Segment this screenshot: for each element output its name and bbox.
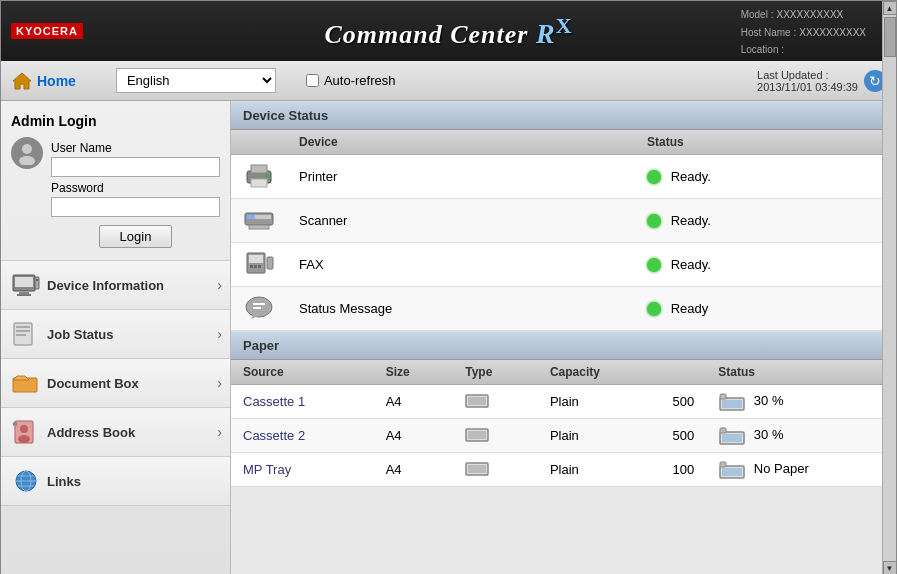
- table-row: Printer Ready.: [231, 155, 896, 199]
- svg-rect-44: [722, 400, 742, 408]
- admin-login-title: Admin Login: [11, 113, 220, 129]
- paper-icon-cell: [453, 453, 538, 487]
- job-status-icon: [11, 320, 41, 348]
- chevron-right-icon: ›: [217, 277, 222, 293]
- status-dot: [647, 302, 661, 316]
- chevron-right-icon-3: ›: [217, 375, 222, 391]
- chevron-right-icon-2: ›: [217, 326, 222, 342]
- svg-rect-52: [468, 465, 486, 473]
- paper-icon-cell: [453, 385, 538, 419]
- device-status: Ready.: [635, 243, 896, 287]
- device-name: Scanner: [287, 199, 635, 243]
- svg-rect-4: [15, 277, 33, 287]
- title-main: Command Center: [324, 19, 535, 48]
- scroll-up-arrow[interactable]: ▲: [883, 1, 897, 15]
- sidebar-item-links[interactable]: Links: [1, 457, 230, 506]
- device-icon-cell: [231, 199, 287, 243]
- device-icon-cell: [231, 287, 287, 331]
- device-name: Printer: [287, 155, 635, 199]
- title-rx: R: [536, 17, 556, 48]
- table-row: Scanner Ready.: [231, 199, 896, 243]
- auto-refresh-checkbox[interactable]: [306, 74, 319, 87]
- paper-status-icon: [718, 392, 746, 412]
- scrollbar[interactable]: ▲ ▼: [882, 1, 896, 574]
- paper-table: SourceSizeTypeCapacityStatus Cassette 1 …: [231, 360, 896, 487]
- sidebar-item-device-information[interactable]: Device Information ›: [1, 261, 230, 310]
- svg-rect-40: [253, 307, 261, 309]
- doc-box-icon: [11, 369, 41, 397]
- scroll-thumb[interactable]: [884, 17, 896, 57]
- model-row: Model : XXXXXXXXXX: [741, 6, 866, 24]
- home-link[interactable]: Home: [37, 73, 76, 89]
- svg-rect-6: [17, 294, 31, 296]
- auto-refresh-label[interactable]: Auto-refresh: [324, 73, 396, 88]
- paper-title: Paper: [231, 331, 896, 360]
- sidebar-nav: Device Information › Job Status ›: [1, 261, 230, 506]
- main-layout: Admin Login User Name Password: [1, 101, 896, 574]
- svg-rect-33: [249, 255, 263, 263]
- svg-rect-34: [267, 257, 273, 269]
- svg-rect-11: [16, 330, 30, 332]
- scroll-down-arrow[interactable]: ▼: [883, 561, 897, 574]
- language-select[interactable]: English Japanese German French Spanish: [116, 68, 276, 93]
- table-row: Cassette 1 A4 Plain 500 30 %: [231, 385, 896, 419]
- paper-type: Plain: [538, 419, 661, 453]
- svg-rect-30: [247, 215, 255, 219]
- kyocera-logo: KYOCERA: [11, 23, 83, 39]
- sidebar-item-job-status[interactable]: Job Status ›: [1, 310, 230, 359]
- password-label: Password: [51, 181, 220, 195]
- device-status: Ready.: [635, 155, 896, 199]
- paper-size: A4: [374, 419, 454, 453]
- svg-rect-10: [16, 326, 30, 328]
- svg-rect-7: [35, 277, 39, 289]
- svg-rect-35: [250, 265, 253, 268]
- svg-rect-42: [468, 397, 486, 405]
- table-row: Status Message Ready: [231, 287, 896, 331]
- svg-rect-54: [722, 468, 742, 476]
- device-name: Status Message: [287, 287, 635, 331]
- paper-status: 30 %: [706, 385, 896, 419]
- paper-col-header: Status: [706, 360, 896, 385]
- paper-capacity: 100: [661, 453, 707, 487]
- device-name: FAX: [287, 243, 635, 287]
- login-button[interactable]: Login: [99, 225, 173, 248]
- table-row: MP Tray A4 Plain 100 No Paper: [231, 453, 896, 487]
- svg-rect-18: [13, 423, 17, 425]
- paper-header-row: SourceSizeTypeCapacityStatus: [231, 360, 896, 385]
- paper-tbody: Cassette 1 A4 Plain 500 30 % Cassette 2: [231, 385, 896, 487]
- device-info-icon: [11, 271, 41, 299]
- paper-type: Plain: [538, 453, 661, 487]
- sidebar: Admin Login User Name Password: [1, 101, 231, 574]
- nav-bar: Home English Japanese German French Span…: [1, 61, 896, 101]
- sidebar-label-device-information: Device Information: [47, 278, 164, 293]
- home-nav[interactable]: Home: [11, 71, 76, 91]
- paper-source: Cassette 2: [231, 419, 374, 453]
- sidebar-item-address-book[interactable]: Address Book ›: [1, 408, 230, 457]
- paper-status-icon: [718, 460, 746, 480]
- sidebar-label-job-status: Job Status: [47, 327, 113, 342]
- sidebar-label-document-box: Document Box: [47, 376, 139, 391]
- paper-type: Plain: [538, 385, 661, 419]
- svg-point-1: [22, 144, 32, 154]
- password-input[interactable]: [51, 197, 220, 217]
- chevron-right-icon-4: ›: [217, 424, 222, 440]
- username-input[interactable]: [51, 157, 220, 177]
- svg-rect-49: [722, 434, 742, 442]
- col-status: Status: [635, 130, 896, 155]
- app-title: Command Center RX: [324, 13, 572, 50]
- svg-rect-12: [16, 334, 26, 336]
- paper-capacity: 500: [661, 385, 707, 419]
- home-icon: [11, 71, 33, 91]
- paper-col-header: Type: [453, 360, 538, 385]
- svg-rect-39: [253, 303, 265, 305]
- paper-tray-icon: [465, 459, 489, 477]
- last-updated-text: Last Updated : 2013/11/01 03:49:39: [757, 69, 858, 93]
- svg-rect-47: [468, 431, 486, 439]
- svg-rect-25: [251, 165, 267, 173]
- hostname-row: Host Name : XXXXXXXXXX: [741, 24, 866, 42]
- svg-point-15: [20, 425, 28, 433]
- auto-refresh-wrap: Auto-refresh: [306, 73, 396, 88]
- status-dot: [647, 170, 661, 184]
- device-status-section: Device Status Device Status Printer Read…: [231, 101, 896, 331]
- sidebar-item-document-box[interactable]: Document Box ›: [1, 359, 230, 408]
